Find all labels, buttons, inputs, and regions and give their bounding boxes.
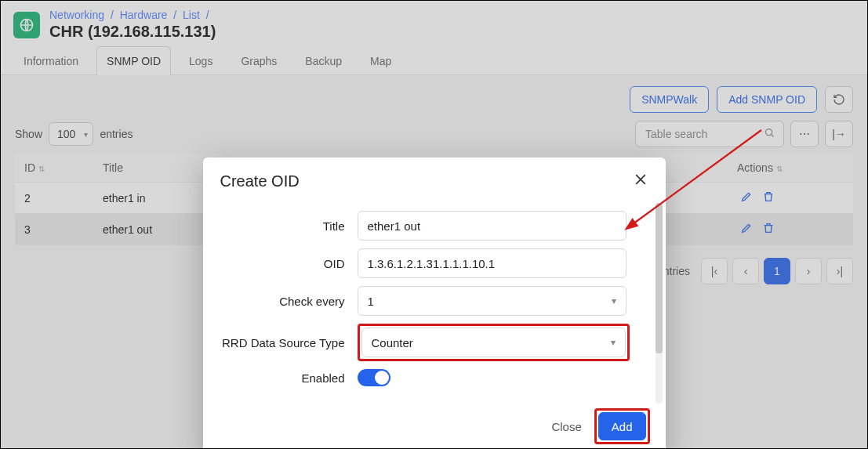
modal-close-button[interactable]: [633, 172, 648, 190]
create-oid-modal: Create OID Title ether1 out OID 1.3.6.1.…: [203, 158, 666, 449]
modal-title: Create OID: [220, 172, 300, 190]
rrd-highlight: Counter ▾: [358, 324, 630, 361]
chevron-down-icon: ▾: [611, 337, 616, 348]
title-label: Title: [220, 219, 358, 233]
oid-label: OID: [220, 257, 358, 270]
title-input[interactable]: ether1 out: [358, 211, 626, 241]
close-icon: [633, 172, 648, 187]
enabled-toggle[interactable]: [358, 369, 390, 386]
add-highlight: Add: [594, 408, 650, 444]
oid-input[interactable]: 1.3.6.1.2.1.31.1.1.1.10.1: [358, 248, 626, 278]
check-every-select[interactable]: 1 ▾: [358, 286, 626, 316]
modal-overlay: Create OID Title ether1 out OID 1.3.6.1.…: [1, 1, 867, 448]
add-button[interactable]: Add: [598, 412, 646, 440]
close-button[interactable]: Close: [551, 420, 581, 433]
check-every-label: Check every: [220, 295, 358, 308]
rrd-type-label: RRD Data Source Type: [220, 336, 358, 349]
chevron-down-icon: ▾: [612, 295, 616, 306]
enabled-label: Enabled: [220, 371, 358, 385]
rrd-type-select[interactable]: Counter ▾: [361, 328, 626, 357]
